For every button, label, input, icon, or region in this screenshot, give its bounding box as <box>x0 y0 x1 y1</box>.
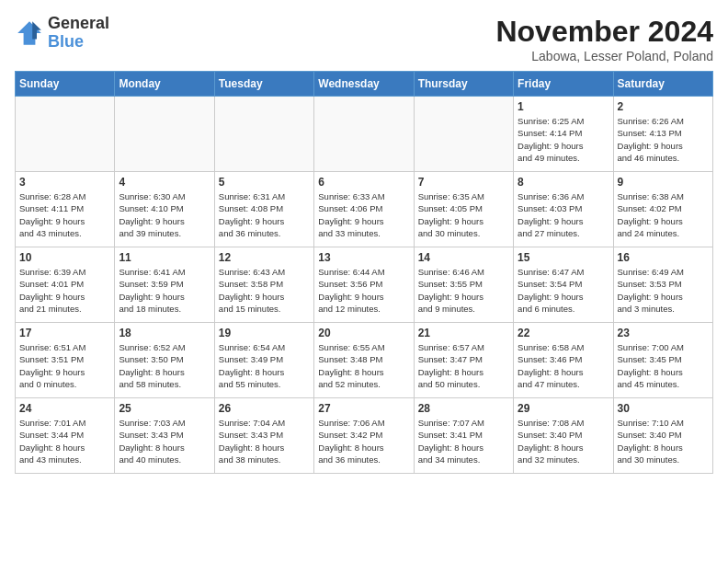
day-number: 20 <box>318 327 409 339</box>
calendar-cell: 14Sunrise: 6:46 AMSunset: 3:55 PMDayligh… <box>414 247 513 323</box>
logo: General Blue <box>15 15 109 52</box>
day-number: 3 <box>19 176 110 189</box>
day-info: Sunrise: 7:00 AMSunset: 3:45 PMDaylight:… <box>618 341 709 390</box>
calendar-cell <box>214 97 313 172</box>
day-number: 18 <box>119 327 210 339</box>
day-info: Sunrise: 6:49 AMSunset: 3:53 PMDaylight:… <box>618 266 709 315</box>
calendar-cell: 8Sunrise: 6:36 AMSunset: 4:03 PMDaylight… <box>514 172 613 247</box>
day-info: Sunrise: 6:52 AMSunset: 3:50 PMDaylight:… <box>119 341 210 390</box>
month-title: November 2024 <box>495 15 713 49</box>
day-number: 16 <box>618 251 709 264</box>
calendar-header-row: SundayMondayTuesdayWednesdayThursdayFrid… <box>16 72 713 97</box>
calendar-cell: 11Sunrise: 6:41 AMSunset: 3:59 PMDayligh… <box>115 247 214 323</box>
day-number: 28 <box>418 402 509 415</box>
day-number: 9 <box>618 176 709 189</box>
day-info: Sunrise: 6:46 AMSunset: 3:55 PMDaylight:… <box>418 266 509 315</box>
day-number: 4 <box>119 176 210 189</box>
day-number: 26 <box>219 402 310 415</box>
svg-marker-1 <box>32 21 41 39</box>
day-info: Sunrise: 6:25 AMSunset: 4:14 PMDaylight:… <box>518 115 609 164</box>
calendar-cell: 24Sunrise: 7:01 AMSunset: 3:44 PMDayligh… <box>16 398 115 474</box>
day-info: Sunrise: 6:54 AMSunset: 3:49 PMDaylight:… <box>219 341 310 390</box>
calendar-week-1: 1Sunrise: 6:25 AMSunset: 4:14 PMDaylight… <box>16 97 713 172</box>
day-number: 11 <box>119 251 210 264</box>
calendar-cell: 13Sunrise: 6:44 AMSunset: 3:56 PMDayligh… <box>314 247 414 323</box>
calendar-week-2: 3Sunrise: 6:28 AMSunset: 4:11 PMDaylight… <box>16 172 713 247</box>
calendar-cell: 17Sunrise: 6:51 AMSunset: 3:51 PMDayligh… <box>16 323 115 398</box>
day-number: 12 <box>219 251 310 264</box>
weekday-header-wednesday: Wednesday <box>314 72 414 97</box>
calendar-week-3: 10Sunrise: 6:39 AMSunset: 4:01 PMDayligh… <box>16 247 713 323</box>
day-info: Sunrise: 7:03 AMSunset: 3:43 PMDaylight:… <box>119 417 210 465</box>
calendar-cell <box>16 97 115 172</box>
day-info: Sunrise: 6:43 AMSunset: 3:58 PMDaylight:… <box>219 266 310 315</box>
day-number: 19 <box>219 327 310 339</box>
day-info: Sunrise: 6:41 AMSunset: 3:59 PMDaylight:… <box>119 266 210 315</box>
weekday-header-friday: Friday <box>514 72 613 97</box>
calendar-week-5: 24Sunrise: 7:01 AMSunset: 3:44 PMDayligh… <box>16 398 713 474</box>
calendar-cell: 10Sunrise: 6:39 AMSunset: 4:01 PMDayligh… <box>16 247 115 323</box>
calendar-cell: 1Sunrise: 6:25 AMSunset: 4:14 PMDaylight… <box>514 97 613 172</box>
page-header: General Blue November 2024 Labowa, Lesse… <box>15 15 713 63</box>
day-info: Sunrise: 7:01 AMSunset: 3:44 PMDaylight:… <box>19 417 110 465</box>
calendar-cell: 4Sunrise: 6:30 AMSunset: 4:10 PMDaylight… <box>115 172 214 247</box>
day-info: Sunrise: 6:26 AMSunset: 4:13 PMDaylight:… <box>618 115 709 164</box>
day-info: Sunrise: 6:33 AMSunset: 4:06 PMDaylight:… <box>318 190 409 239</box>
calendar-cell: 12Sunrise: 6:43 AMSunset: 3:58 PMDayligh… <box>214 247 313 323</box>
day-info: Sunrise: 6:51 AMSunset: 3:51 PMDaylight:… <box>19 341 110 390</box>
day-info: Sunrise: 7:04 AMSunset: 3:43 PMDaylight:… <box>219 417 310 465</box>
calendar-cell: 26Sunrise: 7:04 AMSunset: 3:43 PMDayligh… <box>214 398 313 474</box>
day-number: 15 <box>518 251 609 264</box>
day-number: 2 <box>618 100 709 113</box>
calendar-cell: 21Sunrise: 6:57 AMSunset: 3:47 PMDayligh… <box>414 323 513 398</box>
day-info: Sunrise: 6:57 AMSunset: 3:47 PMDaylight:… <box>418 341 509 390</box>
day-info: Sunrise: 6:55 AMSunset: 3:48 PMDaylight:… <box>318 341 409 390</box>
day-number: 1 <box>518 100 609 113</box>
calendar-cell: 2Sunrise: 6:26 AMSunset: 4:13 PMDaylight… <box>613 97 712 172</box>
day-number: 23 <box>618 327 709 339</box>
day-number: 13 <box>318 251 409 264</box>
day-number: 7 <box>418 176 509 189</box>
day-number: 25 <box>119 402 210 415</box>
calendar-cell: 15Sunrise: 6:47 AMSunset: 3:54 PMDayligh… <box>514 247 613 323</box>
day-info: Sunrise: 7:10 AMSunset: 3:40 PMDaylight:… <box>618 417 709 465</box>
day-info: Sunrise: 6:47 AMSunset: 3:54 PMDaylight:… <box>518 266 609 315</box>
svg-marker-0 <box>17 21 41 45</box>
calendar-cell: 6Sunrise: 6:33 AMSunset: 4:06 PMDaylight… <box>314 172 414 247</box>
day-info: Sunrise: 6:30 AMSunset: 4:10 PMDaylight:… <box>119 190 210 239</box>
calendar-cell: 22Sunrise: 6:58 AMSunset: 3:46 PMDayligh… <box>514 323 613 398</box>
day-number: 17 <box>19 327 110 339</box>
day-number: 8 <box>518 176 609 189</box>
day-info: Sunrise: 7:07 AMSunset: 3:41 PMDaylight:… <box>418 417 509 465</box>
day-number: 10 <box>19 251 110 264</box>
calendar-cell: 27Sunrise: 7:06 AMSunset: 3:42 PMDayligh… <box>314 398 414 474</box>
calendar-cell: 23Sunrise: 7:00 AMSunset: 3:45 PMDayligh… <box>613 323 712 398</box>
weekday-header-tuesday: Tuesday <box>214 72 313 97</box>
calendar-cell: 28Sunrise: 7:07 AMSunset: 3:41 PMDayligh… <box>414 398 513 474</box>
day-info: Sunrise: 6:38 AMSunset: 4:02 PMDaylight:… <box>618 190 709 239</box>
day-number: 30 <box>618 402 709 415</box>
calendar-cell <box>115 97 214 172</box>
day-info: Sunrise: 7:06 AMSunset: 3:42 PMDaylight:… <box>318 417 409 465</box>
calendar-cell <box>414 97 513 172</box>
calendar-table: SundayMondayTuesdayWednesdayThursdayFrid… <box>15 71 713 474</box>
calendar-cell <box>314 97 414 172</box>
weekday-header-sunday: Sunday <box>16 72 115 97</box>
calendar-cell: 20Sunrise: 6:55 AMSunset: 3:48 PMDayligh… <box>314 323 414 398</box>
day-number: 22 <box>518 327 609 339</box>
day-number: 29 <box>518 402 609 415</box>
day-info: Sunrise: 7:08 AMSunset: 3:40 PMDaylight:… <box>518 417 609 465</box>
calendar-cell: 3Sunrise: 6:28 AMSunset: 4:11 PMDaylight… <box>16 172 115 247</box>
day-info: Sunrise: 6:35 AMSunset: 4:05 PMDaylight:… <box>418 190 509 239</box>
calendar-cell: 16Sunrise: 6:49 AMSunset: 3:53 PMDayligh… <box>613 247 712 323</box>
calendar-cell: 29Sunrise: 7:08 AMSunset: 3:40 PMDayligh… <box>514 398 613 474</box>
weekday-header-monday: Monday <box>115 72 214 97</box>
day-number: 5 <box>219 176 310 189</box>
weekday-header-thursday: Thursday <box>414 72 513 97</box>
calendar-cell: 19Sunrise: 6:54 AMSunset: 3:49 PMDayligh… <box>214 323 313 398</box>
day-info: Sunrise: 6:39 AMSunset: 4:01 PMDaylight:… <box>19 266 110 315</box>
logo-text: General Blue <box>48 15 109 52</box>
calendar-cell: 30Sunrise: 7:10 AMSunset: 3:40 PMDayligh… <box>613 398 712 474</box>
location: Labowa, Lesser Poland, Poland <box>495 49 713 63</box>
day-number: 14 <box>418 251 509 264</box>
